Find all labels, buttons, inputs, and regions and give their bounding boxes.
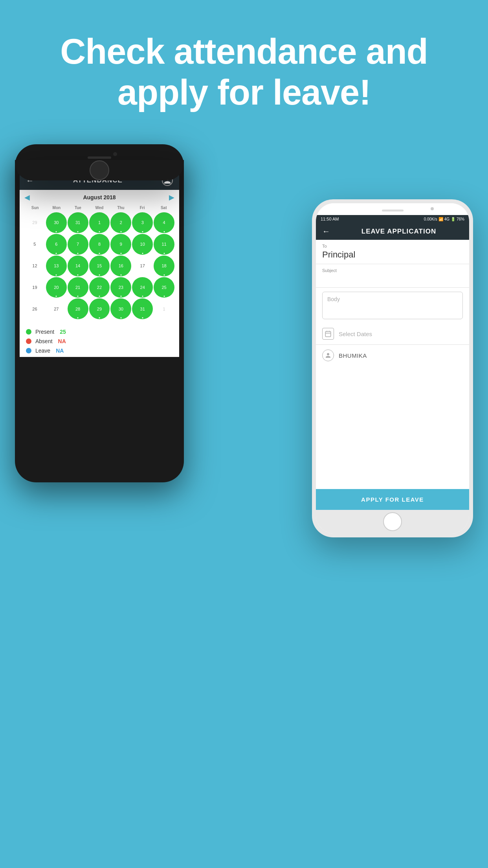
phones-container: 11:50 AM 8.81K/s 📶 4G 🔋 76% ← ATTENDANCE [0,129,488,789]
cal-cell: 17 [132,256,153,276]
apply-for-leave-button[interactable]: APPLY FOR LEAVE [316,489,469,510]
subject-label: Subject [322,268,463,273]
to-value: Principal [322,250,463,260]
cal-cell: 8 [89,234,110,255]
cal-cell: 13 [46,256,67,276]
to-field-group: To Principal [316,240,469,264]
leave-value: NA [56,348,64,354]
calendar-icon [322,328,334,340]
select-dates-text: Select Dates [339,331,372,337]
subject-field-group: Subject [316,264,469,288]
cal-cell: 20 [46,277,67,298]
cal-cell: 15 [89,256,110,276]
cal-cell: 26 [24,298,45,319]
month-title: August 2018 [83,194,116,200]
cal-cell: 27 [46,298,67,319]
present-label: Present [35,329,54,335]
cal-cell: 21 [68,277,88,298]
cal-cell: 9 [110,234,131,255]
phone-white: 11:50 AM 0.00K/s 📶 4G 🔋 76% ← LEAVE APPL… [312,199,473,537]
svg-rect-0 [325,331,331,337]
cal-cell: 29 [24,212,45,233]
leave-app-title: LEAVE APPLICATION [335,228,463,235]
calendar-nav: ◀ August 2018 ▶ [24,193,174,202]
cal-cell: 16 [110,256,131,276]
to-label: To [322,244,463,248]
cal-cell: 7 [68,234,88,255]
cal-cell: 2 [110,212,131,233]
legend-absent: Absent NA [26,338,173,344]
home-button-area-black [15,160,184,180]
body-area[interactable]: Body [322,292,463,319]
cal-cell: 10 [132,234,153,255]
cal-cell: 30 [110,298,131,319]
cal-cell: 24 [132,277,153,298]
cal-cell: 14 [68,256,88,276]
legend-leave: Leave NA [26,348,173,354]
cal-cell: 12 [24,256,45,276]
cal-cell: 1 [154,298,174,319]
status-bar-white: 11:50 AM 0.00K/s 📶 4G 🔋 76% [316,215,469,223]
cal-cell: 29 [89,298,110,319]
phone-black: 11:50 AM 8.81K/s 📶 4G 🔋 76% ← ATTENDANCE [15,144,184,482]
cal-cell: 5 [24,234,45,255]
back-arrow-white[interactable]: ← [322,227,330,236]
subject-input[interactable] [322,274,463,283]
cal-cell: 11 [154,234,174,255]
leave-dot [26,348,31,353]
legend-present: Present 25 [26,329,173,335]
present-dot [26,329,31,335]
status-icons-white: 0.00K/s 📶 4G 🔋 76% [424,217,464,221]
body-placeholder: Body [327,296,340,302]
home-button-white[interactable] [383,512,402,531]
form-spacer [316,366,469,390]
time-white: 11:50 AM [321,217,339,221]
cal-cell: 3 [132,212,153,233]
cal-cell: 18 [154,256,174,276]
leave-form: To Principal Subject Body [316,240,469,489]
calendar-section: ◀ August 2018 ▶ Sun Mon Tue Wed Thu Fri … [20,190,179,322]
cal-cell: 1 [89,212,110,233]
prev-month-arrow[interactable]: ◀ [24,193,30,202]
legend: Present 25 Absent NA Leave NA [20,322,179,357]
cal-cell: 31 [68,212,88,233]
phone-white-inner: 11:50 AM 0.00K/s 📶 4G 🔋 76% ← LEAVE APPL… [316,203,469,533]
cal-cell: 22 [89,277,110,298]
absent-label: Absent [35,338,53,344]
next-month-arrow[interactable]: ▶ [169,193,174,202]
select-dates-row[interactable]: Select Dates [316,323,469,345]
home-button-area-white [316,510,469,533]
calendar-weekdays: Sun Mon Tue Wed Thu Fri Sat [24,205,174,211]
leave-label: Leave [35,348,50,354]
cal-cell: 6 [46,234,67,255]
bhumika-row: BHUMIKA [316,345,469,366]
absent-value: NA [58,338,66,344]
calendar-grid: 2930311234567891011121314151617181920212… [24,212,174,319]
cal-cell: 19 [24,277,45,298]
cal-cell: 23 [110,277,131,298]
bhumika-avatar [322,349,334,361]
cal-cell: 28 [68,298,88,319]
present-value: 25 [60,329,66,335]
headline-line2: apply for leave! [117,73,371,112]
absent-dot [26,338,31,344]
headline-line1: Check attendance and [60,32,427,71]
cal-cell: 4 [154,212,174,233]
cal-cell: 31 [132,298,153,319]
cal-cell: 25 [154,277,174,298]
app-header-white: ← LEAVE APPLICATION [316,223,469,240]
home-button-black[interactable] [90,160,109,180]
cal-cell: 30 [46,212,67,233]
headline: Check attendance and apply for leave! [0,0,488,129]
bhumika-name: BHUMIKA [339,352,367,359]
